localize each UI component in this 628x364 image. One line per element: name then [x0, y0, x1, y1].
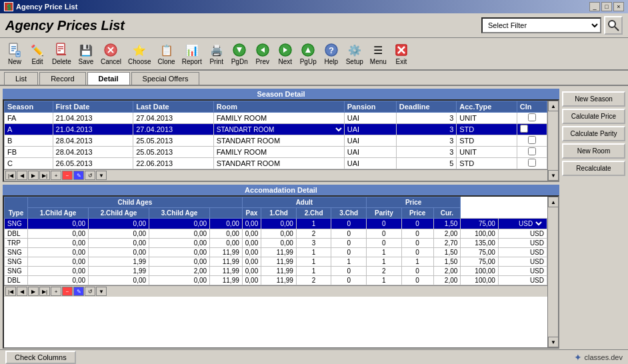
accom-nav-next[interactable]: ▶ — [28, 287, 39, 296]
help-button[interactable]: ? Help — [321, 41, 342, 67]
accom-table-row[interactable]: TRP 0,00 0,00 0,00 0,00 0,00 0,00 3 0 0 … — [5, 239, 547, 248]
tab-detail[interactable]: Detail — [87, 72, 130, 85]
accom-nav-last[interactable]: ▶| — [39, 287, 50, 296]
nav-refresh[interactable]: ↺ — [85, 171, 95, 180]
search-button[interactable] — [604, 16, 623, 35]
menu-label: Menu — [370, 58, 387, 65]
season-scroll-up[interactable]: ▲ — [548, 101, 559, 111]
maximize-button[interactable]: □ — [601, 2, 612, 11]
minimize-button[interactable]: _ — [589, 2, 600, 11]
pgup-label: PgUp — [300, 58, 317, 65]
toolbar: New ✏️ Edit Delete 💾 Save Cancel ⭐ Choos… — [0, 38, 628, 71]
accom-table-row[interactable]: DBL 0,00 0,00 0,00 11,99 0,00 11,99 2 0 … — [5, 276, 547, 285]
season-table-row[interactable]: FB 28.04.2013 25.05.2013 FAMILY ROOM UAI… — [5, 147, 547, 158]
accom-table-row[interactable]: SNG 0,00 0,00 0,00 11,99 0,00 11,99 1 0 … — [5, 248, 547, 257]
clone-button[interactable]: 📋 Clone — [155, 41, 178, 67]
accom-nav-first[interactable]: |◀ — [5, 287, 16, 296]
cln-checkbox[interactable] — [528, 147, 536, 155]
save-button[interactable]: 💾 Save — [75, 41, 97, 67]
pgup-icon — [300, 42, 316, 58]
next-label: Next — [278, 58, 292, 65]
close-button[interactable]: × — [613, 2, 624, 11]
choose-label: Choose — [128, 58, 151, 65]
cln-checkbox[interactable] — [520, 125, 528, 133]
right-panel: New Season Calculate Price Calculate Par… — [562, 89, 625, 349]
cur-select[interactable]: USD — [516, 219, 544, 228]
accom-nav-prev[interactable]: ◀ — [17, 287, 27, 296]
room-select[interactable]: STANDART ROOM — [214, 125, 344, 134]
menu-button[interactable]: ☰ Menu — [367, 41, 389, 67]
tab-list[interactable]: List — [4, 72, 38, 85]
cancel-label: Cancel — [101, 58, 121, 65]
svg-line-1 — [615, 27, 619, 31]
nav-prev[interactable]: ◀ — [17, 171, 27, 180]
cancel-button[interactable]: Cancel — [98, 41, 124, 67]
recalculate-button[interactable]: Recalculate — [562, 161, 625, 176]
setup-button[interactable]: ⚙️ Setup — [343, 41, 366, 67]
prev-label: Prev — [255, 58, 269, 65]
nav-filter[interactable]: ▼ — [96, 171, 107, 180]
tab-record[interactable]: Record — [39, 72, 85, 85]
prev-button[interactable]: Prev — [252, 41, 273, 67]
report-button[interactable]: 📊 Report — [179, 41, 205, 67]
delete-icon — [53, 42, 69, 58]
accom-table: Type Child Ages Adult Price 1.Child Age … — [4, 197, 547, 285]
nav-first[interactable]: |◀ — [5, 171, 16, 180]
accom-col-adult: Adult — [242, 197, 366, 208]
accom-scroll-down[interactable]: ▼ — [548, 337, 559, 347]
delete-button[interactable]: Delete — [49, 41, 74, 67]
nav-edit[interactable]: ✎ — [73, 171, 84, 180]
accom-scroll-up[interactable]: ▲ — [548, 197, 559, 207]
setup-label: Setup — [346, 58, 363, 65]
accom-col-2chd: 2.Chd — [296, 208, 331, 219]
accom-table-row[interactable]: SNG 0,00 1,99 2,00 11,99 0,00 11,99 1 0 … — [5, 267, 547, 276]
svg-text:?: ? — [329, 45, 334, 55]
cln-checkbox[interactable] — [528, 159, 536, 167]
col-deadline: Deadline — [396, 101, 456, 113]
edit-button[interactable]: ✏️ Edit — [27, 41, 48, 67]
col-acc-type: Acc.Type — [457, 101, 517, 113]
pgup-button[interactable]: PgUp — [297, 41, 319, 67]
choose-button[interactable]: ⭐ Choose — [125, 41, 153, 67]
season-table-row[interactable]: FA 21.04.2013 27.04.2013 FAMILY ROOM UAI… — [5, 113, 547, 124]
accom-table-row[interactable]: SNG 0,00 0,00 0,00 0,00 0,00 0,00 1 0 0 … — [5, 219, 547, 229]
exit-button[interactable]: Exit — [391, 41, 412, 67]
calculate-price-button[interactable]: Calculate Price — [562, 109, 625, 124]
classes-dev-label: classes.dev — [585, 353, 623, 361]
accom-nav-edit[interactable]: ✎ — [73, 287, 84, 296]
cln-checkbox[interactable] — [528, 136, 536, 144]
tab-special-offers[interactable]: Special Offers — [131, 72, 200, 85]
accom-nav-add[interactable]: + — [51, 287, 61, 296]
next-icon — [277, 42, 293, 58]
nav-delete[interactable]: − — [62, 171, 73, 180]
filter-select[interactable]: Select Filter — [481, 17, 601, 33]
calculate-parity-button[interactable]: Calculate Parity — [562, 126, 625, 141]
accom-table-row[interactable]: SNG 0,00 1,99 0,00 11,99 0,00 11,99 1 1 … — [5, 257, 547, 267]
season-table-row[interactable]: B 28.04.2013 25.05.2013 STANDART ROOM UA… — [5, 135, 547, 147]
pgdn-icon — [231, 42, 247, 58]
search-icon — [607, 19, 620, 32]
new-room-button[interactable]: New Room — [562, 143, 625, 159]
accom-nav-filter[interactable]: ▼ — [96, 287, 107, 296]
col-pansion: Pansion — [344, 101, 396, 113]
season-detail-section: Season Detail Season First Date Last Dat… — [3, 89, 559, 182]
accom-col-empty — [210, 208, 243, 219]
accom-nav-refresh[interactable]: ↺ — [85, 287, 95, 296]
accom-nav-delete[interactable]: − — [62, 287, 73, 296]
print-button[interactable]: 🖨️ Print — [206, 41, 227, 67]
new-season-button[interactable]: New Season — [562, 91, 625, 107]
accom-table-row[interactable]: DBL 0,00 0,00 0,00 0,00 0,00 0,00 2 0 0 … — [5, 229, 547, 239]
check-columns-button[interactable]: Check Columns — [5, 351, 76, 364]
col-cln: Cln — [517, 101, 547, 113]
new-button[interactable]: New — [4, 41, 25, 67]
nav-add[interactable]: + — [51, 171, 61, 180]
season-table-row[interactable]: A 21.04.2013 27.04.2013 STANDART ROOM UA… — [5, 124, 547, 135]
season-scroll-down[interactable]: ▼ — [548, 170, 559, 181]
nav-last[interactable]: ▶| — [39, 171, 50, 180]
print-label: Print — [209, 58, 223, 65]
cln-checkbox[interactable] — [528, 113, 536, 121]
pgdn-button[interactable]: PgDn — [229, 41, 251, 67]
nav-next[interactable]: ▶ — [28, 171, 39, 180]
next-button[interactable]: Next — [275, 41, 296, 67]
season-table-row[interactable]: C 26.05.2013 22.06.2013 STANDART ROOM UA… — [5, 158, 547, 169]
